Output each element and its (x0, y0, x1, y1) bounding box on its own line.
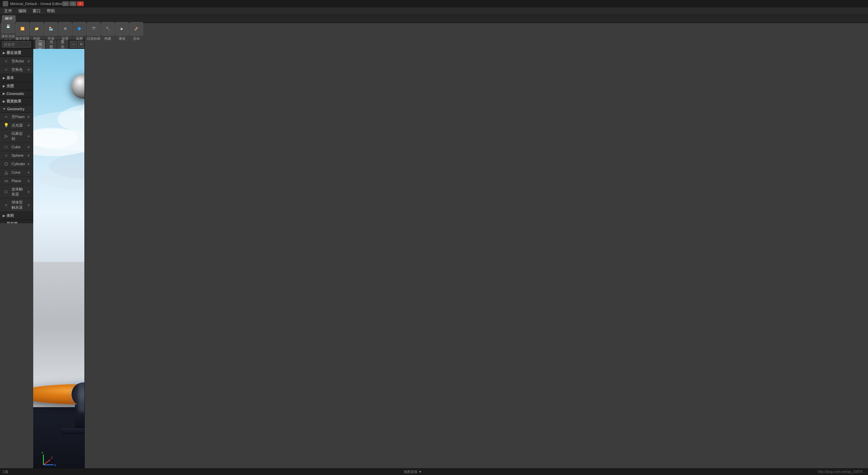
point-light-add[interactable]: + (27, 122, 30, 128)
vp-rotate-btn[interactable]: ↻ (78, 41, 84, 48)
close-btn[interactable]: ✕ (77, 1, 84, 6)
volume-label: 体积 (6, 213, 14, 218)
toolbar-save[interactable]: 💾 保存当前关卡 (1, 20, 15, 43)
visual-arrow: ▶ (3, 100, 5, 103)
categories-list: ▶ 最近放置 ○ 空Actor + ○ 空角色 + ▶ (0, 49, 33, 223)
content-row: ▶ 最近放置 ○ 空Actor + ○ 空角色 + ▶ (0, 40, 84, 475)
cinematic-btn[interactable]: 🎬 (87, 22, 100, 36)
toolbar-build[interactable]: 🔨 构建 (101, 22, 115, 41)
item-sphere[interactable]: ○ Sphere + (0, 151, 33, 160)
svg-text:X: X (54, 463, 56, 467)
item-cylinder[interactable]: ⬡ Cylinder + (0, 160, 33, 168)
status-view-options[interactable]: 视图选项 ▼ (404, 470, 422, 474)
item-empty-char[interactable]: ○ 空角色 + (0, 65, 33, 74)
vp-translate-btn[interactable]: ↔ (70, 41, 77, 48)
cone-label: Cone (12, 170, 25, 174)
play-btn[interactable]: ▶ (115, 22, 129, 36)
empty-pawn-add[interactable]: + (27, 114, 30, 119)
item-sphere-trigger[interactable]: ○ 球体型触发器 + (0, 198, 33, 212)
sphere-add[interactable]: + (27, 153, 30, 158)
app-icon (3, 1, 8, 6)
play-label: 播放 (119, 36, 125, 41)
empty-actor-icon: ○ (3, 58, 9, 64)
box-trigger-add[interactable]: + (27, 189, 30, 194)
category-cinematic[interactable]: ▶ Cinematic (0, 90, 33, 97)
titlebar: Minimal_Default - Unreal Editor ─ □ ✕ (0, 0, 868, 7)
volume-arrow: ▶ (3, 214, 5, 217)
market-btn[interactable]: 🏪 (44, 22, 58, 36)
toolbar-vcs[interactable]: 🔀 版本管理 (16, 22, 29, 41)
menu-help[interactable]: 帮助 (44, 7, 58, 15)
maximize-btn[interactable]: □ (70, 1, 76, 6)
menu-window[interactable]: 窗口 (30, 7, 43, 15)
cube-add[interactable]: + (27, 144, 30, 150)
cube-icon: □ (3, 144, 9, 150)
item-empty-actor[interactable]: ○ 空Actor + (0, 57, 33, 65)
menu-edit[interactable]: 编辑 (16, 7, 29, 15)
viewport[interactable]: 关卡: Minimal_Default (2次级) X Y Z (33, 49, 84, 475)
toolbar-blueprint[interactable]: 🔷 蓝图 (73, 22, 86, 41)
empty-char-label: 空角色 (12, 67, 25, 72)
cylinder-icon: ⬡ (3, 161, 9, 167)
toolbar-settings[interactable]: ⚙ 设置 (58, 22, 72, 41)
plane-label: Plane (12, 179, 25, 183)
toolbar-content[interactable]: 📁 内容 (30, 22, 43, 41)
plane-icon: ▭ (3, 178, 9, 184)
category-all[interactable]: ▶ 所有类 (0, 220, 33, 223)
recent-arrow: ▶ (3, 51, 5, 55)
plane-add[interactable]: + (27, 178, 30, 184)
launch-btn[interactable]: 🚀 (130, 22, 143, 36)
player-start-add[interactable]: + (27, 133, 30, 139)
item-player-start[interactable]: ▷ 玩家起始 + (0, 130, 33, 143)
save-level-btn[interactable]: 💾 (1, 20, 15, 33)
sphere-trigger-label: 球体型触发器 (12, 200, 25, 210)
cylinder-add[interactable]: + (27, 161, 30, 167)
content-btn[interactable]: 📁 (30, 22, 43, 36)
vcs-btn[interactable]: 🔀 (16, 22, 29, 36)
menubar: 文件 编辑 窗口 帮助 (0, 7, 868, 15)
window-controls: ─ □ ✕ (62, 1, 84, 6)
empty-char-add[interactable]: + (27, 67, 30, 72)
item-plane[interactable]: ▭ Plane + (0, 177, 33, 185)
empty-actor-add[interactable]: + (27, 58, 30, 64)
all-arrow: ▶ (3, 222, 5, 224)
category-basic[interactable]: ▶ 基本 (0, 74, 33, 82)
category-recent[interactable]: ▶ 最近放置 (0, 49, 33, 57)
ghost-figure (78, 378, 84, 412)
svg-text:Y: Y (41, 451, 43, 455)
all-label: 所有类 (6, 221, 18, 223)
category-visual[interactable]: ▶ 视觉效果 (0, 97, 33, 106)
toolbar-cinematic[interactable]: 🎬 过场动画 (87, 22, 100, 41)
item-empty-pawn[interactable]: ○ 空Pawn + (0, 113, 33, 121)
item-cube[interactable]: □ Cube + (0, 143, 33, 151)
build-label: 构建 (104, 36, 111, 41)
search-classes-input[interactable] (2, 41, 31, 48)
item-cone[interactable]: △ Cone + (0, 168, 33, 177)
menu-file[interactable]: 文件 (1, 7, 15, 15)
cone-add[interactable]: + (27, 170, 30, 175)
blueprint-btn[interactable]: 🔷 (73, 22, 86, 36)
svg-point-4 (33, 111, 84, 151)
category-volume[interactable]: ▶ 体积 (0, 212, 33, 220)
empty-pawn-icon: ○ (3, 114, 9, 119)
minimize-btn[interactable]: ─ (62, 1, 69, 6)
sphere-trigger-icon: ○ (3, 202, 9, 208)
cube-label: Cube (12, 145, 25, 149)
category-geometry[interactable]: ▼ Geometry (0, 106, 33, 113)
geometry-arrow: ▼ (3, 107, 6, 111)
status-left: 1项 (3, 470, 8, 474)
item-point-light[interactable]: 💡 点光源 + (0, 121, 33, 130)
recent-label: 最近放置 (6, 50, 21, 55)
item-box-trigger[interactable]: □ 盒体触发器 + (0, 185, 33, 198)
build-btn[interactable]: 🔨 (101, 22, 115, 36)
panel-search-bar (0, 40, 33, 49)
lights-arrow: ▶ (3, 84, 5, 88)
cinematic-label: 过场动画 (87, 36, 100, 41)
toolbar-play[interactable]: ▶ 播放 (115, 22, 129, 41)
toolbar-launch[interactable]: 🚀 启动 (130, 22, 143, 41)
category-lights[interactable]: ▶ 光照 (0, 82, 33, 90)
settings-btn[interactable]: ⚙ (58, 22, 72, 36)
toolbar-market[interactable]: 🏪 市场 (44, 22, 58, 41)
basic-label: 基本 (6, 75, 14, 80)
sphere-trigger-add[interactable]: + (27, 202, 30, 208)
